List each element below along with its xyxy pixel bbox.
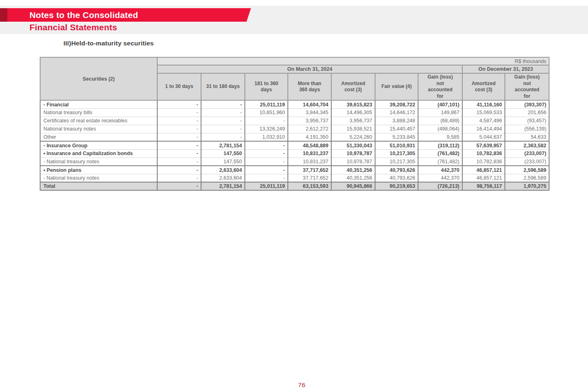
cell-value: 90,945,866 bbox=[331, 182, 375, 190]
cell-value: 2,596,589 bbox=[505, 166, 549, 174]
column-header: 181 to 360 days bbox=[245, 73, 288, 100]
cell-value: 10,782,836 bbox=[462, 149, 505, 158]
cell-value: 39,208,722 bbox=[375, 100, 418, 108]
cell-value: 149,867 bbox=[418, 108, 462, 117]
row-label: • Pension plans bbox=[40, 166, 157, 174]
securities-column-header: Securities (2) bbox=[40, 57, 157, 100]
section-title: III)Held-to-maturity securities bbox=[63, 40, 154, 47]
cell-value: - bbox=[201, 108, 245, 117]
cell-value: 40,351,256 bbox=[331, 174, 375, 182]
column-header: Amortized cost (3) bbox=[462, 73, 505, 100]
cell-value: 3,956,737 bbox=[331, 117, 375, 125]
cell-value: (233,007) bbox=[505, 158, 549, 166]
cell-value: 147,550 bbox=[201, 149, 245, 158]
table-row: National treasury bills--10,651,9603,844… bbox=[40, 108, 549, 117]
cell-value: 201,656 bbox=[505, 108, 549, 117]
row-label: National treasury bills bbox=[40, 108, 157, 117]
cell-value: - bbox=[201, 100, 245, 108]
cell-value: 40,793,626 bbox=[375, 166, 418, 174]
table-body: - Financial--25,011,11914,604,70439,615,… bbox=[40, 100, 549, 190]
cell-value: 10,217,305 bbox=[375, 149, 418, 158]
cell-value: (68,489) bbox=[418, 117, 462, 125]
cell-value: 14,604,704 bbox=[288, 100, 331, 108]
column-header: Gain (loss) not accounted for bbox=[505, 73, 549, 100]
cell-value: 51,330,043 bbox=[331, 141, 375, 149]
cell-value: - bbox=[245, 117, 288, 125]
cell-value: - bbox=[245, 158, 288, 166]
cell-value: 15,938,521 bbox=[331, 125, 375, 133]
cell-value: 37,717,652 bbox=[288, 166, 331, 174]
cell-value: 46,857,121 bbox=[462, 166, 505, 174]
row-label: National treasury notes bbox=[40, 125, 157, 133]
cell-value: 9,585 bbox=[418, 133, 462, 141]
row-label: • Insurance and Capitalization bonds bbox=[40, 149, 157, 158]
cell-value: 442,370 bbox=[418, 174, 462, 182]
group-header-march: On March 31, 2024 bbox=[157, 65, 462, 73]
cell-value: 57,639,957 bbox=[462, 141, 505, 149]
cell-value: (233,007) bbox=[505, 149, 549, 158]
cell-value: - bbox=[245, 141, 288, 149]
cell-value: 2,633,604 bbox=[201, 174, 245, 182]
cell-value: (761,482) bbox=[418, 149, 462, 158]
cell-value: - bbox=[157, 108, 201, 117]
cell-value: 40,351,256 bbox=[331, 166, 375, 174]
table-row: National treasury notes--13,326,2492,612… bbox=[40, 125, 549, 133]
cell-value: 4,587,496 bbox=[462, 117, 505, 125]
row-label: - National treasury notes bbox=[40, 174, 157, 182]
cell-value: 14,496,305 bbox=[331, 108, 375, 117]
cell-value: (556,139) bbox=[505, 125, 549, 133]
banner-title: Notes to the Consolidated bbox=[29, 8, 138, 22]
table-row: - Insurance Group-2,781,154-48,548,88951… bbox=[40, 141, 549, 149]
cell-value: 41,116,160 bbox=[462, 100, 505, 108]
group-header-december: On December 31, 2023 bbox=[462, 65, 549, 73]
cell-value: 3,888,248 bbox=[375, 117, 418, 125]
cell-value: 2,596,589 bbox=[505, 174, 549, 182]
row-label: Other bbox=[40, 133, 157, 141]
cell-value: - bbox=[157, 117, 201, 125]
banner-accent-bar bbox=[0, 8, 7, 22]
cell-value: - bbox=[201, 133, 245, 141]
table-row: - National treasury notes-2,633,604-37,7… bbox=[40, 174, 549, 182]
cell-value: - bbox=[157, 174, 201, 182]
row-label: Certificates of real estate receivables bbox=[40, 117, 157, 125]
cell-value: 10,978,787 bbox=[331, 158, 375, 166]
cell-value: (761,482) bbox=[418, 158, 462, 166]
cell-value: 98,756,117 bbox=[462, 182, 505, 190]
cell-value: - bbox=[157, 182, 201, 190]
cell-value: 13,326,249 bbox=[245, 125, 288, 133]
held-to-maturity-table: Securities (2) R$ thousands On March 31,… bbox=[40, 57, 550, 191]
cell-value: - bbox=[157, 158, 201, 166]
cell-value: 10,782,836 bbox=[462, 158, 505, 166]
cell-value: 10,831,237 bbox=[288, 149, 331, 158]
cell-value: 14,646,172 bbox=[375, 108, 418, 117]
cell-value: 25,011,119 bbox=[245, 182, 288, 190]
cell-value: 2,781,154 bbox=[201, 141, 245, 149]
table-row: Certificates of real estate receivables-… bbox=[40, 117, 549, 125]
cell-value: (319,112) bbox=[418, 141, 462, 149]
cell-value: 46,857,121 bbox=[462, 174, 505, 182]
unit-label: R$ thousands bbox=[157, 57, 549, 65]
cell-value: 3,844,345 bbox=[288, 108, 331, 117]
cell-value: - bbox=[157, 125, 201, 133]
cell-value: 147,550 bbox=[201, 158, 245, 166]
cell-value: 16,414,494 bbox=[462, 125, 505, 133]
cell-value: - bbox=[201, 117, 245, 125]
cell-value: (498,064) bbox=[418, 125, 462, 133]
cell-value: 1,970,275 bbox=[505, 182, 549, 190]
cell-value: (393,307) bbox=[505, 100, 549, 108]
cell-value: 10,978,787 bbox=[331, 149, 375, 158]
title-banner: Notes to the Consolidated bbox=[0, 8, 251, 22]
column-header: 31 to 180 days bbox=[201, 73, 245, 100]
cell-value: 5,224,260 bbox=[331, 133, 375, 141]
banner-subtitle: Financial Statements bbox=[29, 23, 117, 32]
cell-value: 15,440,457 bbox=[375, 125, 418, 133]
cell-value: 10,217,305 bbox=[375, 158, 418, 166]
column-header: Amortized cost (3) bbox=[331, 73, 375, 100]
table-row: - Financial--25,011,11914,604,70439,615,… bbox=[40, 100, 549, 108]
cell-value: 63,153,593 bbox=[288, 182, 331, 190]
row-label: - Insurance Group bbox=[40, 141, 157, 149]
cell-value: 25,011,119 bbox=[245, 100, 288, 108]
table-row: • Pension plans-2,633,604-37,717,65240,3… bbox=[40, 166, 549, 174]
cell-value: 5,233,845 bbox=[375, 133, 418, 141]
table-row: - National treasury notes-147,550-10,831… bbox=[40, 158, 549, 166]
